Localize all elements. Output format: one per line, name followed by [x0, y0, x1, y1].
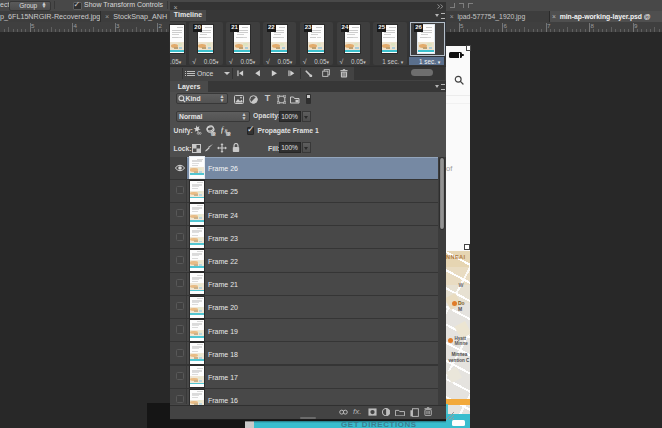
svg-text:⃴: ⃴ [226, 131, 231, 135]
svg-text:f: f [221, 126, 224, 133]
svg-text:⃴: ⃴ [211, 131, 216, 135]
